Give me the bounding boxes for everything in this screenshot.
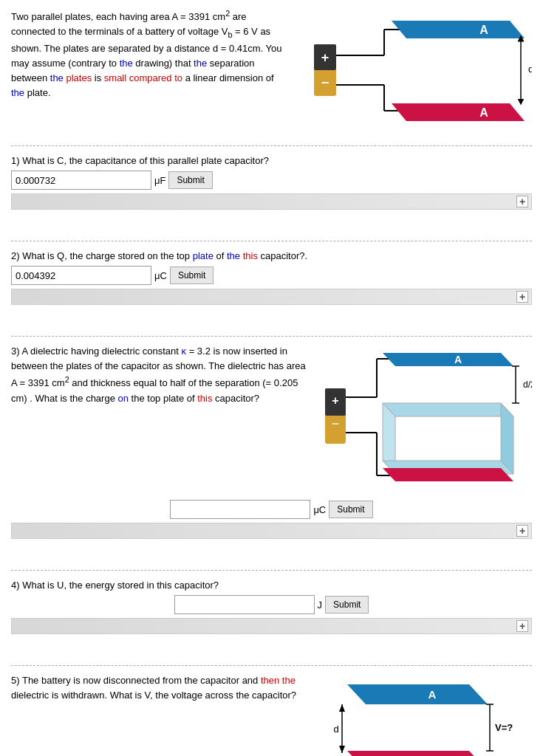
q4-label-text: 4) What is U, the energy stored in this … bbox=[11, 580, 219, 591]
q2-submit-button[interactable]: Submit bbox=[170, 267, 214, 284]
q3-input[interactable] bbox=[170, 500, 310, 519]
q3-layout: 3) A dielectric having dielectric consta… bbox=[11, 344, 532, 494]
divider-2 bbox=[11, 241, 532, 241]
svg-text:d: d bbox=[333, 724, 338, 735]
capacitor-diagram-1: + − A d A bbox=[296, 7, 532, 133]
divider-3 bbox=[11, 336, 532, 337]
question-2-section: 2) What is Q, the charge stored on the t… bbox=[11, 250, 532, 323]
svg-marker-36 bbox=[383, 468, 513, 481]
q4-submit-button[interactable]: Submit bbox=[325, 596, 369, 614]
q4-label: 4) What is U, the energy stored in this … bbox=[11, 580, 532, 591]
question-3-section: 3) A dielectric having dielectric consta… bbox=[11, 344, 532, 557]
q3-input-row: μC Submit bbox=[11, 500, 532, 519]
q2-input-row: μC Submit bbox=[11, 266, 532, 285]
intro-paragraph: Two parallel plates, each having area A … bbox=[11, 11, 282, 98]
q2-unit: μC bbox=[154, 270, 167, 281]
q1-input[interactable] bbox=[11, 171, 151, 190]
q3-expand-icon[interactable]: + bbox=[516, 525, 528, 537]
q2-expand-icon[interactable]: + bbox=[516, 291, 528, 303]
svg-text:A: A bbox=[479, 24, 488, 36]
svg-text:A: A bbox=[479, 106, 488, 119]
q3-text: 3) A dielectric having dielectric consta… bbox=[11, 344, 310, 406]
svg-text:+: + bbox=[332, 394, 338, 407]
svg-marker-43 bbox=[347, 751, 488, 756]
svg-text:+: + bbox=[321, 50, 329, 65]
svg-text:−: − bbox=[321, 75, 329, 90]
svg-marker-37 bbox=[347, 684, 488, 704]
capacitor-diagram-5: A d A V=? bbox=[332, 673, 532, 756]
svg-marker-26 bbox=[383, 353, 513, 366]
top-diagram: + − A d A bbox=[296, 7, 532, 135]
capacitor-diagram-3: + − A d/2 bbox=[318, 344, 532, 492]
q3-submit-button[interactable]: Submit bbox=[329, 501, 372, 518]
divider-4 bbox=[11, 570, 532, 571]
svg-text:A: A bbox=[428, 688, 437, 701]
q5-layout: 5) The battery is now disconnected from … bbox=[11, 673, 532, 756]
svg-marker-40 bbox=[339, 704, 345, 712]
q4-input[interactable] bbox=[174, 595, 315, 614]
q4-expand-icon[interactable]: + bbox=[516, 620, 528, 632]
q1-expand-bar[interactable]: + bbox=[11, 193, 532, 210]
question-4-section: 4) What is U, the energy stored in this … bbox=[11, 580, 532, 652]
q3-expand-bar[interactable]: + bbox=[11, 523, 532, 539]
q4-expand-bar[interactable]: + bbox=[11, 618, 532, 634]
svg-text:−: − bbox=[332, 416, 340, 431]
q1-expand-icon[interactable]: + bbox=[516, 196, 528, 207]
q4-unit: J bbox=[318, 599, 323, 611]
q4-input-row: J Submit bbox=[11, 595, 532, 614]
svg-marker-41 bbox=[339, 746, 345, 753]
svg-text:d: d bbox=[528, 63, 532, 75]
q5-text: 5) The battery is now disconnected from … bbox=[11, 673, 325, 703]
question-5-section: 5) The battery is now disconnected from … bbox=[11, 673, 532, 756]
q1-unit: μF bbox=[154, 175, 165, 186]
q1-input-row: μF Submit bbox=[11, 171, 532, 190]
svg-marker-14 bbox=[392, 103, 525, 121]
q1-label: 1) What is C, the capacitance of this pa… bbox=[11, 155, 532, 166]
q3-diagram: + − A d/2 bbox=[318, 344, 532, 494]
svg-text:V=?: V=? bbox=[495, 722, 513, 733]
divider-1 bbox=[11, 145, 532, 146]
svg-text:d/2: d/2 bbox=[523, 379, 532, 390]
q1-submit-button[interactable]: Submit bbox=[168, 171, 212, 189]
q2-label: 2) What is Q, the charge stored on the t… bbox=[11, 250, 532, 261]
q2-input[interactable] bbox=[11, 266, 151, 285]
q2-expand-bar[interactable]: + bbox=[11, 289, 532, 305]
svg-text:A: A bbox=[454, 354, 462, 365]
intro-text: Two parallel plates, each having area A … bbox=[11, 7, 288, 100]
divider-5 bbox=[11, 665, 532, 666]
q1-label-text: 1) What is C, the capacitance of this pa… bbox=[11, 155, 269, 166]
intro-section: Two parallel plates, each having area A … bbox=[11, 7, 532, 135]
q5-diagram: A d A V=? bbox=[332, 673, 532, 756]
svg-marker-10 bbox=[392, 21, 525, 38]
svg-marker-28 bbox=[383, 403, 513, 416]
question-1-section: 1) What is C, the capacitance of this pa… bbox=[11, 155, 532, 227]
q3-unit: μC bbox=[313, 504, 326, 515]
